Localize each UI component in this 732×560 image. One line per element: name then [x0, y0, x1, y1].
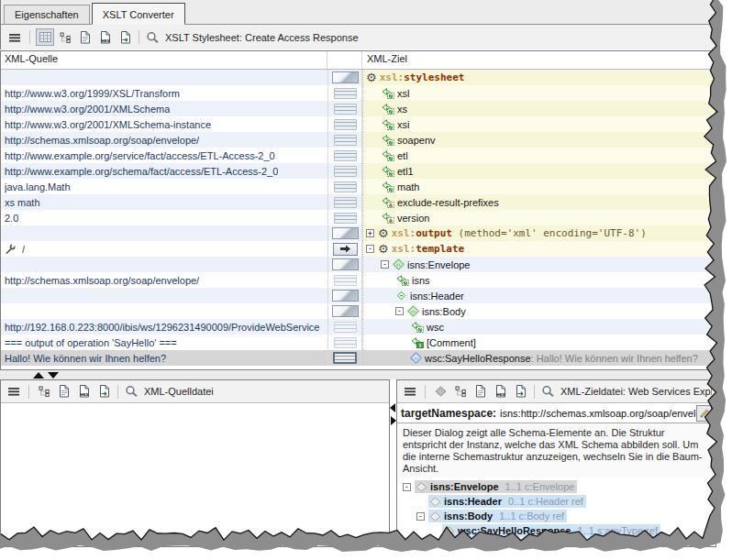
tree-node[interactable]: Nsoapenv	[362, 132, 715, 148]
hierarchy-icon[interactable]	[56, 28, 74, 46]
document-export-icon[interactable]	[95, 383, 114, 401]
tree-node[interactable]: -⚙xsl:template	[362, 241, 715, 257]
mapping-button[interactable]	[334, 213, 357, 224]
tree-node[interactable]: Nxs	[362, 101, 715, 116]
tree-node[interactable]: Aexclude-result-prefixes	[362, 194, 715, 210]
tree-node[interactable]: Nisns	[362, 272, 715, 288]
collapse-icon[interactable]: -	[366, 245, 374, 253]
source-cell[interactable]: /	[1, 241, 327, 257]
menu-icon[interactable]	[401, 383, 419, 401]
source-cell[interactable]	[1, 257, 327, 272]
mapping-button[interactable]	[334, 104, 357, 115]
grid-icon[interactable]	[36, 28, 54, 46]
mapping-button[interactable]	[332, 258, 359, 270]
mapping-button[interactable]	[334, 166, 357, 177]
tree-node[interactable]: Nmath	[362, 179, 715, 194]
hierarchy-icon[interactable]	[35, 383, 53, 401]
document-icon[interactable]	[76, 28, 94, 46]
source-file-content[interactable]	[1, 403, 389, 546]
mapping-button[interactable]	[334, 322, 357, 333]
document-icon[interactable]	[471, 383, 490, 401]
mapping-button[interactable]	[334, 119, 357, 130]
schema-tree-row[interactable]: -‹›isns:Envelope1..1 c:Envelope	[397, 479, 715, 494]
collapse-icon[interactable]: -	[416, 512, 425, 521]
source-cell[interactable]: === output of operation 'SayHello' ===	[1, 335, 327, 350]
schema-tree-row[interactable]: -‹›isns:Body1..1 c:Body ref	[397, 509, 715, 523]
source-cell[interactable]: 2.0	[1, 210, 327, 225]
mapping-button[interactable]	[334, 197, 357, 208]
tree-node[interactable]: isns:Header	[362, 288, 715, 303]
source-cell[interactable]: Hallo! Wie können wir Ihnen helfen?	[1, 350, 327, 366]
collapse-icon[interactable]: -	[403, 483, 411, 491]
comment-icon: !	[410, 336, 424, 348]
document-icon[interactable]	[55, 383, 73, 401]
source-cell[interactable]	[1, 70, 327, 85]
source-cell[interactable]	[1, 288, 327, 303]
document-export-icon[interactable]	[116, 28, 135, 46]
source-cell-text: http://www.w3.org/2001/XMLSchema	[5, 104, 170, 115]
mapping-button[interactable]	[334, 181, 357, 192]
source-cell[interactable]: http://www.w3.org/2001/XMLSchema-instanc…	[1, 116, 327, 132]
hex-document-icon[interactable]: HEX	[75, 383, 94, 401]
schema-tree-row[interactable]: ‹›wsc:SayHelloResponse1..1 s:anyType ref	[397, 523, 715, 538]
horizontal-splitter[interactable]	[0, 370, 716, 379]
mapping-button[interactable]	[334, 88, 357, 99]
element-gray-icon[interactable]	[431, 383, 449, 401]
mapping-button[interactable]	[334, 150, 357, 161]
tab-eigenschaften[interactable]: Eigenschaften	[4, 5, 90, 24]
mapping-button[interactable]	[333, 352, 357, 364]
tree-node[interactable]: ⚙xsl:stylesheet	[362, 70, 715, 85]
mapping-button[interactable]	[334, 135, 357, 146]
mapping-button[interactable]	[334, 337, 357, 348]
tree-node[interactable]: ![Comment]	[362, 335, 715, 350]
source-cell[interactable]: java.lang.Math	[1, 179, 327, 194]
mapping-button[interactable]	[332, 305, 359, 317]
tree-node[interactable]: Nxsl	[362, 85, 715, 101]
schema-tree-row[interactable]: ‹›isns:Header0..1 c:Header ref	[397, 494, 715, 509]
tree-node[interactable]: ‹›wsc:SayHelloResponse : Hallo! Wie könn…	[362, 350, 715, 366]
collapse-up-icon[interactable]	[33, 372, 44, 379]
source-cell[interactable]: http://www.w3.org/2001/XMLSchema	[1, 101, 327, 116]
tree-node[interactable]: -‹›isns:Envelope	[362, 257, 715, 272]
source-cell[interactable]: http://www.example.org/service/fact/acce…	[1, 148, 327, 163]
tree-node[interactable]: +⚙xsl:output (method='xml' encoding='UTF…	[362, 225, 715, 241]
tree-node[interactable]: -‹›isns:Body	[362, 303, 715, 319]
tree-node[interactable]: Netl	[362, 148, 715, 163]
collapse-icon[interactable]: -	[381, 260, 389, 269]
source-cell[interactable]: http://www.example.org/schema/fact/acces…	[1, 163, 327, 179]
tab-xslt-converter[interactable]: XSLT Converter	[92, 3, 185, 25]
document-export-icon[interactable]	[512, 383, 530, 401]
source-cell[interactable]: http://schemas.xmlsoap.org/soap/envelope…	[1, 272, 327, 288]
column-header-xml-ziel[interactable]: XML-Ziel	[362, 51, 715, 69]
column-header-xml-quelle[interactable]: XML-Quelle	[1, 51, 327, 69]
collapse-down-icon[interactable]	[48, 372, 59, 379]
source-file-title: XML-Quelldatei	[144, 386, 214, 397]
mapping-button[interactable]	[332, 71, 359, 83]
collapse-left-icon[interactable]	[390, 403, 395, 412]
source-cell[interactable]: http://schemas.xmlsoap.org/soap/envelope…	[1, 132, 327, 148]
source-cell[interactable]	[1, 225, 327, 241]
mapping-cell	[327, 288, 362, 303]
svg-text:N: N	[389, 109, 394, 115]
hierarchy-icon[interactable]	[451, 383, 470, 401]
tree-node[interactable]: Nxsi	[362, 116, 715, 132]
schema-tree-row[interactable]: ‹›isns:Header1..1 c:Header	[397, 538, 715, 546]
mapping-button[interactable]	[334, 275, 357, 286]
source-cell[interactable]	[1, 303, 327, 319]
mapping-arrow-button[interactable]	[333, 243, 358, 256]
tree-node[interactable]: Netl1	[362, 163, 715, 179]
source-cell[interactable]: http://192.168.0.223:8000/ibis/ws/129623…	[1, 319, 327, 335]
source-cell[interactable]: http://www.w3.org/1999/XSL/Transform	[1, 85, 327, 101]
menu-icon[interactable]	[6, 28, 24, 46]
collapse-icon[interactable]: -	[395, 307, 404, 315]
expand-icon[interactable]: +	[366, 229, 374, 237]
tree-node[interactable]: Nwsc	[362, 319, 715, 335]
mapping-button[interactable]	[332, 290, 359, 302]
edit-namespace-button[interactable]	[696, 405, 712, 422]
hex-document-icon[interactable]: HEX	[96, 28, 115, 46]
tree-node[interactable]: Aversion	[362, 210, 715, 225]
menu-icon[interactable]	[5, 383, 23, 401]
hex-document-icon[interactable]: HEX	[492, 383, 510, 401]
source-cell[interactable]: xs math	[1, 194, 327, 210]
mapping-button[interactable]	[332, 227, 359, 239]
